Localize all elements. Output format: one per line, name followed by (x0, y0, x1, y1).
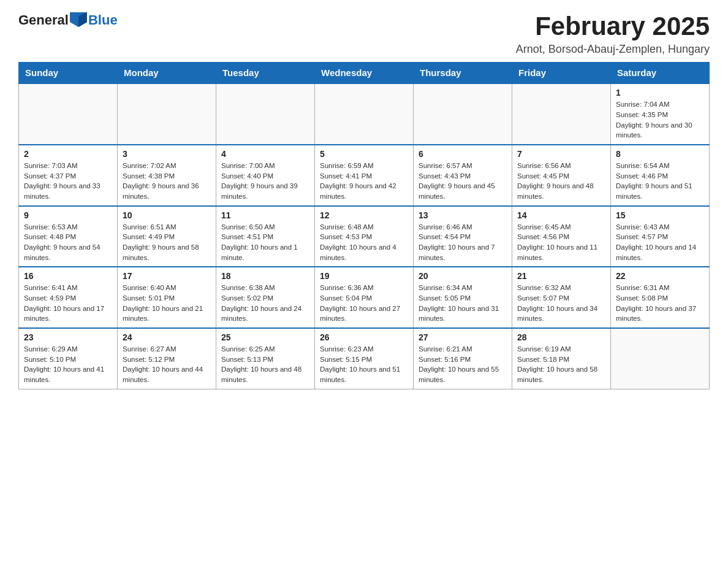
day-number: 17 (123, 271, 211, 281)
day-number: 5 (320, 149, 408, 159)
day-number: 18 (221, 271, 309, 281)
calendar-cell (118, 83, 216, 145)
day-info: Sunrise: 6:38 AM Sunset: 5:02 PM Dayligh… (221, 283, 309, 324)
calendar-cell: 18Sunrise: 6:38 AM Sunset: 5:02 PM Dayli… (216, 267, 315, 328)
day-info: Sunrise: 6:40 AM Sunset: 5:01 PM Dayligh… (123, 283, 211, 324)
day-info: Sunrise: 6:53 AM Sunset: 4:48 PM Dayligh… (24, 222, 112, 263)
week-row-1: 1Sunrise: 7:04 AM Sunset: 4:35 PM Daylig… (19, 83, 710, 145)
calendar-cell: 21Sunrise: 6:32 AM Sunset: 5:07 PM Dayli… (512, 267, 611, 328)
calendar-cell: 12Sunrise: 6:48 AM Sunset: 4:53 PM Dayli… (315, 206, 414, 267)
weekday-header-row: SundayMondayTuesdayWednesdayThursdayFrid… (19, 63, 710, 84)
day-info: Sunrise: 6:56 AM Sunset: 4:45 PM Dayligh… (517, 161, 605, 202)
day-info: Sunrise: 6:43 AM Sunset: 4:57 PM Dayligh… (616, 222, 704, 263)
calendar-cell: 25Sunrise: 6:25 AM Sunset: 5:13 PM Dayli… (216, 328, 315, 389)
weekday-header-sunday: Sunday (19, 63, 118, 84)
day-number: 26 (320, 332, 408, 342)
calendar-cell: 16Sunrise: 6:41 AM Sunset: 4:59 PM Dayli… (19, 267, 118, 328)
day-number: 22 (616, 271, 704, 281)
day-number: 28 (517, 332, 605, 342)
day-number: 19 (320, 271, 408, 281)
day-number: 3 (123, 149, 211, 159)
calendar-cell: 27Sunrise: 6:21 AM Sunset: 5:16 PM Dayli… (414, 328, 512, 389)
day-number: 21 (517, 271, 605, 281)
day-number: 25 (221, 332, 309, 342)
day-number: 27 (419, 332, 507, 342)
week-row-5: 23Sunrise: 6:29 AM Sunset: 5:10 PM Dayli… (19, 328, 710, 389)
calendar-cell: 4Sunrise: 7:00 AM Sunset: 4:40 PM Daylig… (216, 145, 315, 206)
calendar-cell: 7Sunrise: 6:56 AM Sunset: 4:45 PM Daylig… (512, 145, 611, 206)
calendar-cell: 13Sunrise: 6:46 AM Sunset: 4:54 PM Dayli… (414, 206, 512, 267)
day-info: Sunrise: 6:27 AM Sunset: 5:12 PM Dayligh… (123, 344, 211, 385)
day-info: Sunrise: 6:46 AM Sunset: 4:54 PM Dayligh… (419, 222, 507, 263)
day-info: Sunrise: 6:41 AM Sunset: 4:59 PM Dayligh… (24, 283, 112, 324)
day-info: Sunrise: 6:23 AM Sunset: 5:15 PM Dayligh… (320, 344, 408, 385)
calendar-cell: 2Sunrise: 7:03 AM Sunset: 4:37 PM Daylig… (19, 145, 118, 206)
day-info: Sunrise: 6:25 AM Sunset: 5:13 PM Dayligh… (221, 344, 309, 385)
calendar-cell (611, 328, 710, 389)
calendar-cell: 8Sunrise: 6:54 AM Sunset: 4:46 PM Daylig… (611, 145, 710, 206)
day-info: Sunrise: 6:50 AM Sunset: 4:51 PM Dayligh… (221, 222, 309, 263)
calendar-subtitle: Arnot, Borsod-Abauj-Zemplen, Hungary (516, 43, 710, 56)
calendar-cell (512, 83, 611, 145)
day-info: Sunrise: 7:03 AM Sunset: 4:37 PM Dayligh… (24, 161, 112, 202)
calendar-cell: 19Sunrise: 6:36 AM Sunset: 5:04 PM Dayli… (315, 267, 414, 328)
day-info: Sunrise: 6:34 AM Sunset: 5:05 PM Dayligh… (419, 283, 507, 324)
day-info: Sunrise: 6:36 AM Sunset: 5:04 PM Dayligh… (320, 283, 408, 324)
weekday-header-friday: Friday (512, 63, 611, 84)
day-info: Sunrise: 7:04 AM Sunset: 4:35 PM Dayligh… (616, 99, 704, 140)
calendar-cell: 10Sunrise: 6:51 AM Sunset: 4:49 PM Dayli… (118, 206, 216, 267)
weekday-header-tuesday: Tuesday (216, 63, 315, 84)
day-info: Sunrise: 6:51 AM Sunset: 4:49 PM Dayligh… (123, 222, 211, 263)
weekday-header-monday: Monday (118, 63, 216, 84)
calendar-cell: 15Sunrise: 6:43 AM Sunset: 4:57 PM Dayli… (611, 206, 710, 267)
calendar-cell: 6Sunrise: 6:57 AM Sunset: 4:43 PM Daylig… (414, 145, 512, 206)
day-info: Sunrise: 7:00 AM Sunset: 4:40 PM Dayligh… (221, 161, 309, 202)
day-info: Sunrise: 6:45 AM Sunset: 4:56 PM Dayligh… (517, 222, 605, 263)
calendar-cell: 5Sunrise: 6:59 AM Sunset: 4:41 PM Daylig… (315, 145, 414, 206)
day-number: 15 (616, 210, 704, 220)
calendar-cell (216, 83, 315, 145)
week-row-2: 2Sunrise: 7:03 AM Sunset: 4:37 PM Daylig… (19, 145, 710, 206)
day-info: Sunrise: 6:54 AM Sunset: 4:46 PM Dayligh… (616, 161, 704, 202)
calendar-title: February 2025 (516, 12, 710, 40)
day-info: Sunrise: 6:21 AM Sunset: 5:16 PM Dayligh… (419, 344, 507, 385)
day-info: Sunrise: 6:32 AM Sunset: 5:07 PM Dayligh… (517, 283, 605, 324)
calendar-cell: 20Sunrise: 6:34 AM Sunset: 5:05 PM Dayli… (414, 267, 512, 328)
calendar-cell: 28Sunrise: 6:19 AM Sunset: 5:18 PM Dayli… (512, 328, 611, 389)
day-number: 6 (419, 149, 507, 159)
day-number: 2 (24, 149, 112, 159)
weekday-header-saturday: Saturday (611, 63, 710, 84)
day-info: Sunrise: 7:02 AM Sunset: 4:38 PM Dayligh… (123, 161, 211, 202)
logo: General Blue (18, 12, 118, 28)
day-number: 13 (419, 210, 507, 220)
day-number: 11 (221, 210, 309, 220)
logo-blue-text: Blue (88, 12, 118, 28)
calendar-cell (19, 83, 118, 145)
weekday-header-wednesday: Wednesday (315, 63, 414, 84)
day-info: Sunrise: 6:29 AM Sunset: 5:10 PM Dayligh… (24, 344, 112, 385)
day-number: 8 (616, 149, 704, 159)
day-number: 24 (123, 332, 211, 342)
week-row-4: 16Sunrise: 6:41 AM Sunset: 4:59 PM Dayli… (19, 267, 710, 328)
day-number: 4 (221, 149, 309, 159)
day-number: 1 (616, 88, 704, 98)
calendar-table: SundayMondayTuesdayWednesdayThursdayFrid… (18, 62, 710, 389)
calendar-cell (414, 83, 512, 145)
week-row-3: 9Sunrise: 6:53 AM Sunset: 4:48 PM Daylig… (19, 206, 710, 267)
calendar-cell: 14Sunrise: 6:45 AM Sunset: 4:56 PM Dayli… (512, 206, 611, 267)
day-number: 14 (517, 210, 605, 220)
calendar-cell: 24Sunrise: 6:27 AM Sunset: 5:12 PM Dayli… (118, 328, 216, 389)
title-area: February 2025 Arnot, Borsod-Abauj-Zemple… (516, 12, 710, 56)
calendar-cell: 22Sunrise: 6:31 AM Sunset: 5:08 PM Dayli… (611, 267, 710, 328)
calendar-cell: 3Sunrise: 7:02 AM Sunset: 4:38 PM Daylig… (118, 145, 216, 206)
day-number: 16 (24, 271, 112, 281)
calendar-cell (315, 83, 414, 145)
day-number: 20 (419, 271, 507, 281)
calendar-cell: 23Sunrise: 6:29 AM Sunset: 5:10 PM Dayli… (19, 328, 118, 389)
day-number: 10 (123, 210, 211, 220)
logo-general-text: General (18, 12, 69, 28)
calendar-cell: 9Sunrise: 6:53 AM Sunset: 4:48 PM Daylig… (19, 206, 118, 267)
calendar-cell: 17Sunrise: 6:40 AM Sunset: 5:01 PM Dayli… (118, 267, 216, 328)
day-info: Sunrise: 6:59 AM Sunset: 4:41 PM Dayligh… (320, 161, 408, 202)
logo-icon (70, 12, 87, 27)
